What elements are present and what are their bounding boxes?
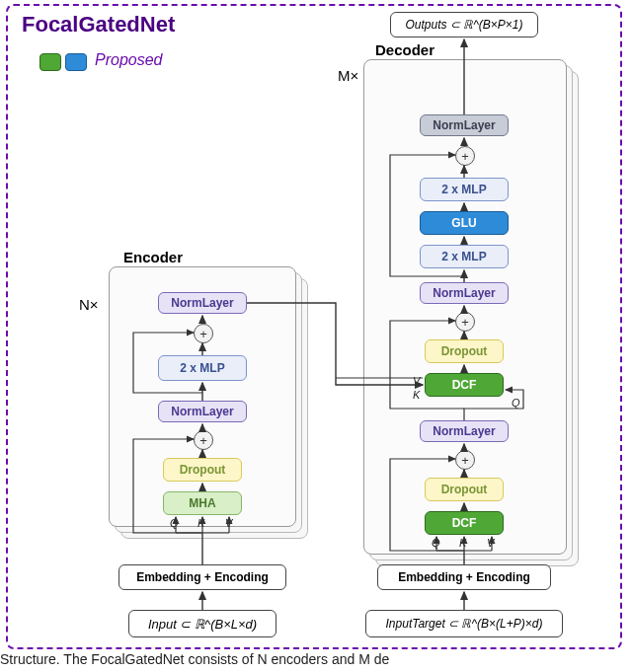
- encoder-mlp: 2 x MLP: [158, 355, 247, 381]
- decoder-v-label-1: V: [487, 537, 494, 549]
- decoder-dcf-2: DCF: [425, 373, 504, 397]
- decoder-dropout-1: Dropout: [425, 478, 504, 501]
- decoder-title: Decoder: [375, 41, 434, 58]
- encoder-embedding-box: Embedding + Encoding: [118, 564, 286, 590]
- encoder-v-label: V: [225, 517, 232, 529]
- encoder-add-1: +: [194, 430, 213, 450]
- decoder-q-label-1: Q: [432, 537, 440, 549]
- decoder-norm-2: NormLayer: [420, 282, 509, 304]
- figure-caption: Structure. The FocalGatedNet consists of…: [0, 651, 632, 667]
- encoder-dropout: Dropout: [163, 458, 242, 482]
- decoder-add-2: +: [455, 312, 475, 332]
- decoder-v-label-2: V: [413, 375, 420, 387]
- decoder-times: M×: [338, 67, 358, 84]
- encoder-norm-1: NormLayer: [158, 401, 247, 422]
- encoder-times: N×: [79, 296, 99, 313]
- diagram-title: FocalGatedNet: [22, 12, 175, 37]
- decoder-output-box: Outputs ⊂ ℝ^(B×P×1): [390, 12, 538, 37]
- legend-swatch-green: [40, 53, 61, 71]
- decoder-mlp-2: 2 x MLP: [420, 178, 509, 201]
- encoder-q-label: Q: [170, 517, 179, 529]
- decoder-norm-3: NormLayer: [420, 114, 509, 136]
- decoder-dcf-1: DCF: [425, 511, 504, 535]
- decoder-norm-1: NormLayer: [420, 420, 509, 442]
- decoder-add-3: +: [455, 146, 475, 166]
- encoder-norm-2: NormLayer: [158, 292, 247, 314]
- legend-label-proposed: Proposed: [95, 51, 163, 69]
- decoder-glu: GLU: [420, 211, 509, 235]
- decoder-k-label-1: K: [459, 537, 466, 549]
- encoder-title: Encoder: [123, 249, 183, 265]
- encoder-input-box: Input ⊂ ℝ^(B×L×d): [128, 610, 276, 637]
- decoder-k-label-2: K: [413, 389, 420, 401]
- decoder-add-1: +: [455, 450, 475, 470]
- legend-swatch-blue: [65, 53, 87, 71]
- decoder-dropout-2: Dropout: [425, 339, 504, 363]
- encoder-k-label: K: [198, 517, 204, 529]
- decoder-q-label-2: Q: [512, 397, 520, 409]
- decoder-input-box: InputTarget ⊂ ℝ^(B×(L+P)×d): [365, 610, 563, 637]
- decoder-mlp-1: 2 x MLP: [420, 245, 509, 268]
- encoder-mha: MHA: [163, 491, 242, 515]
- encoder-add-2: +: [194, 324, 213, 343]
- decoder-embedding-box: Embedding + Encoding: [377, 564, 551, 590]
